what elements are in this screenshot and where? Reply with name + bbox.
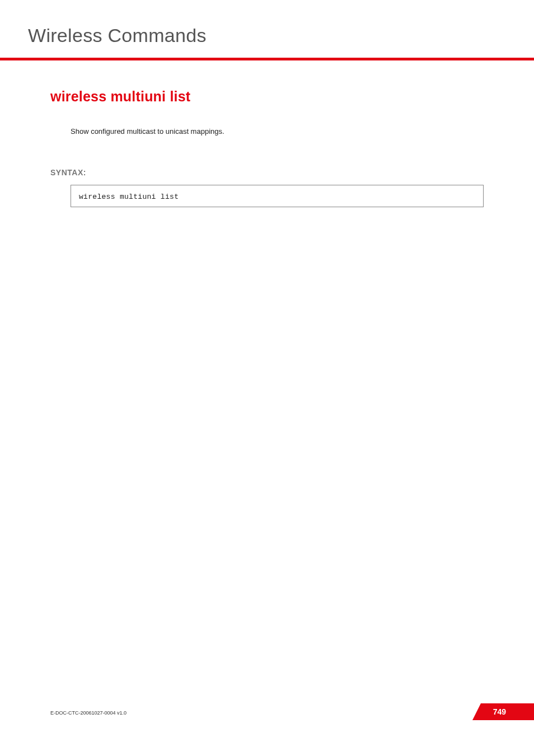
- footer-page-block: 749: [481, 703, 534, 720]
- footer-page-number: 749: [493, 707, 506, 716]
- section-heading: wireless multiuni list: [50, 88, 484, 105]
- description-text: Show configured multicast to unicast map…: [50, 127, 484, 136]
- syntax-box: wireless multiuni list: [71, 185, 484, 207]
- footer: E-DOC-CTC-20061027-0004 v1.0 749: [0, 703, 534, 720]
- syntax-code: wireless multiuni list: [79, 193, 179, 201]
- syntax-label: SYNTAX:: [50, 168, 484, 177]
- content-area: wireless multiuni list Show configured m…: [0, 60, 534, 207]
- footer-doc-id: E-DOC-CTC-20061027-0004 v1.0: [50, 710, 127, 716]
- page-title: Wireless Commands: [0, 0, 534, 46]
